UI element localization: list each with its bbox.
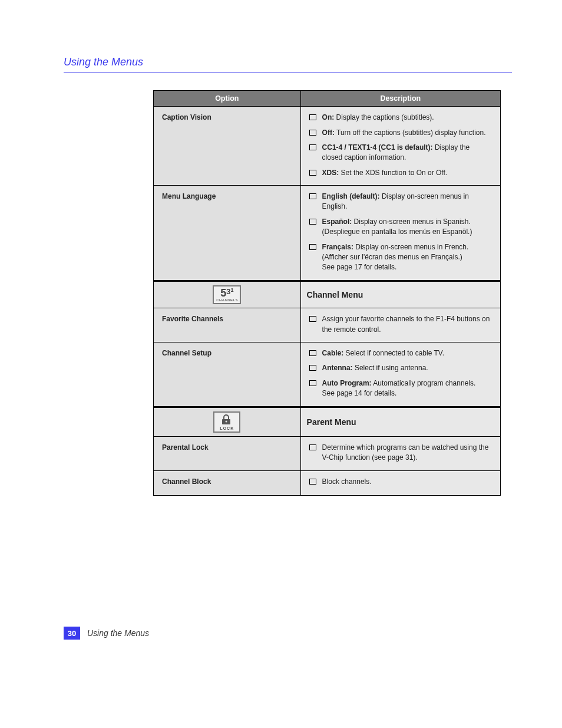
list-item: Off: Turn off the captions (subtitles) d… (309, 128, 492, 138)
option-name: Channel Setup (162, 348, 292, 358)
bullet-icon (309, 170, 316, 176)
option-name-cell: Caption Vision (154, 107, 301, 186)
section-row: LOCKParent Menu (154, 407, 501, 436)
option-name-cell: Channel Setup (154, 342, 301, 407)
option-name-cell: Parental Lock (154, 436, 301, 470)
list-item: Determine which programs can be watched … (309, 443, 492, 463)
option-name: Parental Lock (162, 443, 292, 453)
bullet-icon (309, 114, 316, 120)
list-item-text: English (default): Display on-screen men… (322, 192, 492, 212)
bullet-icon (309, 444, 316, 450)
option-description-cell: Cable: Select if connected to cable TV.A… (300, 342, 500, 407)
list-item-text: Auto Program: Automatically program chan… (322, 378, 492, 399)
list-item-text: On: Display the captions (subtitles). (322, 113, 492, 123)
table-row: Caption VisionOn: Display the captions (… (154, 107, 501, 186)
list-item-text: Assign your favorite channels to the F1-… (322, 314, 492, 335)
list-item-text: XDS: Set the XDS function to On or Off. (322, 168, 492, 178)
list-item: CC1-4 / TEXT1-4 (CC1 is default): Displa… (309, 143, 492, 163)
bullet-icon (309, 350, 316, 356)
list-item-text: Cable: Select if connected to cable TV. (322, 348, 492, 358)
section-title: Parent Menu (300, 407, 500, 436)
table-row: Parental LockDetermine which programs ca… (154, 436, 501, 470)
list-item-text: Antenna: Select if using antenna. (322, 363, 492, 373)
bullet-icon (309, 479, 316, 485)
table-row: Favorite ChannelsAssign your favorite ch… (154, 308, 501, 342)
bullet-icon (309, 380, 316, 386)
options-table: OptionDescriptionCaption VisionOn: Displ… (153, 90, 501, 496)
svg-point-1 (226, 420, 227, 422)
table-row: Channel BlockBlock channels. (154, 470, 501, 495)
table-row: Channel SetupCable: Select if connected … (154, 342, 501, 407)
running-header: Using the Menus (64, 56, 512, 68)
list-item: Auto Program: Automatically program chan… (309, 378, 492, 399)
option-name: Favorite Channels (162, 314, 292, 324)
list-item: Français: Display on-screen menus in Fre… (309, 242, 492, 273)
section-icon-cell: 531CHANNELS (154, 281, 301, 308)
header-rule (64, 72, 512, 73)
bullet-icon (309, 219, 316, 225)
list-item: On: Display the captions (subtitles). (309, 113, 492, 123)
section-icon-cell: LOCK (154, 407, 301, 436)
bullet-icon (309, 365, 316, 371)
list-item: Cable: Select if connected to cable TV. (309, 348, 492, 358)
option-name-cell: Channel Block (154, 470, 301, 495)
list-item: Block channels. (309, 477, 492, 487)
list-item-text: Determine which programs can be watched … (322, 443, 492, 463)
list-item-text: Español: Display on-screen menus in Span… (322, 217, 492, 238)
bullet-icon (309, 316, 316, 322)
list-item-text: Off: Turn off the captions (subtitles) d… (322, 128, 492, 138)
list-item: Español: Display on-screen menus in Span… (309, 217, 492, 238)
option-name-cell: Menu Language (154, 186, 301, 281)
table-row: Menu LanguageEnglish (default): Display … (154, 186, 501, 281)
option-name: Menu Language (162, 192, 292, 202)
option-name: Caption Vision (162, 113, 292, 123)
list-item: Antenna: Select if using antenna. (309, 363, 492, 373)
list-item: English (default): Display on-screen men… (309, 192, 492, 212)
page-number-badge: 30 (64, 627, 80, 640)
option-description-cell: Assign your favorite channels to the F1-… (300, 308, 500, 342)
list-item-text: Block channels. (322, 477, 492, 487)
table-header-row: OptionDescription (154, 91, 501, 107)
footer-section-title: Using the Menus (87, 627, 149, 640)
option-description-cell: Block channels. (300, 470, 500, 495)
option-description-cell: Determine which programs can be watched … (300, 436, 500, 470)
list-item: Assign your favorite channels to the F1-… (309, 314, 492, 335)
channels-icon: 531CHANNELS (213, 285, 241, 304)
lock-icon: LOCK (213, 411, 240, 433)
list-item: XDS: Set the XDS function to On or Off. (309, 168, 492, 178)
section-title: Channel Menu (300, 281, 500, 308)
option-name-cell: Favorite Channels (154, 308, 301, 342)
option-name: Channel Block (162, 477, 292, 487)
option-description-cell: English (default): Display on-screen men… (300, 186, 500, 281)
option-description-cell: On: Display the captions (subtitles).Off… (300, 107, 500, 186)
bullet-icon (309, 130, 316, 136)
list-item-text: CC1-4 / TEXT1-4 (CC1 is default): Displa… (322, 143, 492, 163)
bullet-icon (309, 244, 316, 250)
list-item-text: Français: Display on-screen menus in Fre… (322, 242, 492, 273)
column-header-option: Option (154, 91, 301, 107)
bullet-icon (309, 193, 316, 199)
column-header-description: Description (300, 91, 500, 107)
section-row: 531CHANNELSChannel Menu (154, 281, 501, 308)
bullet-icon (309, 144, 316, 150)
